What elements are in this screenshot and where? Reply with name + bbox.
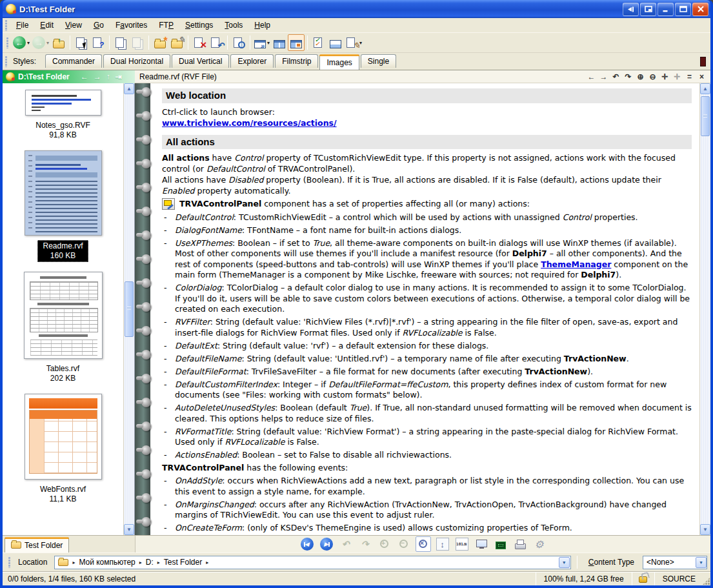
swap-panels-button[interactable] bbox=[253, 34, 271, 51]
zoom-in-button[interactable] bbox=[377, 536, 392, 552]
pane-nav-next-pane-icon[interactable]: ⇥ bbox=[115, 72, 122, 81]
quick-view-button[interactable] bbox=[230, 34, 247, 51]
file-item[interactable]: Readme.rvf160 KB bbox=[25, 150, 102, 262]
print-button[interactable] bbox=[512, 536, 528, 552]
style-tab-dual-horizontal[interactable]: Dual Horizontal bbox=[103, 54, 170, 68]
style-tab-explorer[interactable]: Explorer bbox=[230, 54, 274, 68]
style-tab-dual-vertical[interactable]: Dual Vertical bbox=[172, 54, 229, 68]
left-pane-header[interactable]: D:\Test Folder ←→↑⇥ bbox=[3, 70, 135, 83]
doc-link[interactable]: ThemeManager bbox=[541, 259, 611, 269]
file-item[interactable]: WebFonts.rvf11,1 KB bbox=[25, 394, 102, 505]
pane-nav-up-icon[interactable]: ↑ bbox=[106, 72, 110, 81]
document-scrollbar[interactable] bbox=[699, 83, 710, 535]
hex-view-button[interactable] bbox=[454, 536, 470, 552]
zoom-original-button[interactable] bbox=[416, 536, 431, 552]
stay-on-top-button[interactable] bbox=[623, 3, 639, 16]
scroll-down-icon[interactable] bbox=[124, 524, 134, 535]
edit-button[interactable] bbox=[168, 34, 185, 51]
document-scroll-track[interactable] bbox=[700, 94, 710, 524]
select-files-button[interactable] bbox=[73, 34, 90, 51]
scroll-up-icon[interactable] bbox=[124, 83, 134, 94]
breadcrumb-item[interactable]: Test Folder bbox=[164, 558, 202, 567]
scroll-up-icon[interactable] bbox=[700, 83, 710, 94]
edit-wizard-button[interactable] bbox=[344, 34, 363, 51]
sidebar-scrollbar[interactable] bbox=[123, 83, 134, 535]
viewer-back-icon[interactable]: ← bbox=[587, 72, 596, 81]
folder-tab[interactable]: Test Folder bbox=[5, 537, 69, 553]
file-thumbnail[interactable] bbox=[25, 90, 101, 116]
minimize-button[interactable] bbox=[658, 3, 674, 16]
viewer-forward-icon[interactable]: → bbox=[599, 72, 608, 81]
viewer-fit-icon[interactable]: = bbox=[685, 72, 694, 81]
next-file-button[interactable] bbox=[319, 536, 334, 552]
image-panel-button[interactable] bbox=[288, 34, 305, 51]
file-thumbnail[interactable] bbox=[24, 272, 103, 359]
forward-dropdown-icon[interactable] bbox=[46, 40, 49, 46]
viewer-undo-icon[interactable]: ↶ bbox=[612, 72, 620, 81]
file-thumbnail[interactable] bbox=[25, 394, 102, 480]
undo-button[interactable] bbox=[208, 34, 225, 51]
rotate-right-button[interactable] bbox=[357, 536, 373, 552]
menu-item-tools[interactable]: Tools bbox=[219, 19, 248, 32]
menu-item-edit[interactable]: Edit bbox=[34, 19, 59, 32]
zoom-out-button[interactable] bbox=[396, 536, 412, 552]
copy-button[interactable] bbox=[112, 34, 129, 51]
viewer-zoom-out-icon[interactable]: ⊖ bbox=[648, 72, 657, 81]
location-grip[interactable] bbox=[8, 556, 12, 568]
unlocked-padlock-icon[interactable] bbox=[639, 576, 647, 583]
select-help-button[interactable] bbox=[90, 34, 106, 51]
styles-grip[interactable] bbox=[5, 56, 8, 67]
slideshow-button[interactable] bbox=[474, 536, 489, 552]
toolbar-grip[interactable] bbox=[6, 37, 10, 48]
settings-button[interactable] bbox=[532, 536, 547, 552]
resize-grip-icon[interactable] bbox=[701, 572, 710, 585]
split-panel-button[interactable] bbox=[327, 34, 344, 51]
back-dropdown-icon[interactable] bbox=[27, 40, 30, 46]
up-folder-button[interactable] bbox=[50, 34, 67, 51]
menu-grip[interactable] bbox=[5, 19, 8, 31]
breadcrumb[interactable]: ▸Мой компьютер▸D:▸Test Folder▸ bbox=[54, 556, 570, 569]
menu-item-view[interactable]: View bbox=[59, 19, 88, 32]
scroll-down-icon[interactable] bbox=[700, 524, 710, 535]
first-file-button[interactable] bbox=[299, 536, 315, 552]
hidden-tabs-indicator-icon[interactable] bbox=[700, 57, 706, 66]
sidebar-scroll-thumb[interactable] bbox=[125, 281, 134, 337]
menu-item-ftp[interactable]: FTP bbox=[153, 19, 179, 32]
menu-item-file[interactable]: File bbox=[10, 19, 34, 32]
delete-button[interactable] bbox=[191, 34, 208, 51]
back-button[interactable] bbox=[12, 34, 31, 51]
close-button[interactable] bbox=[692, 3, 708, 16]
viewer-pan-icon[interactable]: ✛ bbox=[661, 72, 669, 81]
fit-height-button[interactable] bbox=[435, 536, 450, 552]
roll-up-button[interactable] bbox=[640, 3, 656, 16]
swap-panels-dropdown-icon[interactable] bbox=[267, 40, 270, 46]
fullscreen-button[interactable] bbox=[493, 536, 508, 552]
checklist-button[interactable] bbox=[310, 34, 327, 51]
pane-nav-forward-icon[interactable]: → bbox=[94, 72, 101, 81]
copy-alt-button[interactable] bbox=[129, 34, 146, 51]
file-thumbnail[interactable] bbox=[25, 150, 102, 236]
menu-item-settings[interactable]: Settings bbox=[179, 19, 219, 32]
viewer-redo-icon[interactable]: ↷ bbox=[624, 72, 632, 81]
right-pane-header[interactable]: Readme.rvf (RVF File) ←→↶↷⊕⊖✛✛=× bbox=[135, 70, 710, 83]
forward-button[interactable] bbox=[31, 34, 50, 51]
style-tab-single[interactable]: Single bbox=[361, 54, 396, 68]
pane-nav-back-icon[interactable]: ← bbox=[81, 72, 88, 81]
menu-item-favorites[interactable]: Favorites bbox=[110, 19, 153, 32]
viewer-close-icon[interactable]: × bbox=[698, 72, 706, 81]
location-dropdown-icon[interactable] bbox=[559, 557, 570, 568]
style-tab-filmstrip[interactable]: Filmstrip bbox=[275, 54, 318, 68]
style-tab-commander[interactable]: Commander bbox=[45, 54, 102, 68]
sidebar-scroll-track[interactable] bbox=[124, 94, 134, 524]
new-folder-button[interactable] bbox=[152, 34, 168, 51]
dual-panel-button[interactable] bbox=[271, 34, 288, 51]
breadcrumb-item[interactable]: Мой компьютер bbox=[79, 558, 135, 567]
menu-item-go[interactable]: Go bbox=[88, 19, 110, 32]
file-item[interactable]: Notes_gso.RVF91,8 KB bbox=[25, 90, 101, 141]
maximize-button[interactable] bbox=[675, 3, 691, 16]
doc-link[interactable]: www.trichview.com/resources/actions/ bbox=[162, 118, 337, 128]
content-type-select[interactable]: <None> bbox=[643, 556, 707, 569]
document-scroll-thumb[interactable] bbox=[701, 96, 710, 136]
viewer-zoom-in-icon[interactable]: ⊕ bbox=[636, 72, 645, 81]
viewer-center-icon[interactable]: ✛ bbox=[673, 72, 681, 81]
